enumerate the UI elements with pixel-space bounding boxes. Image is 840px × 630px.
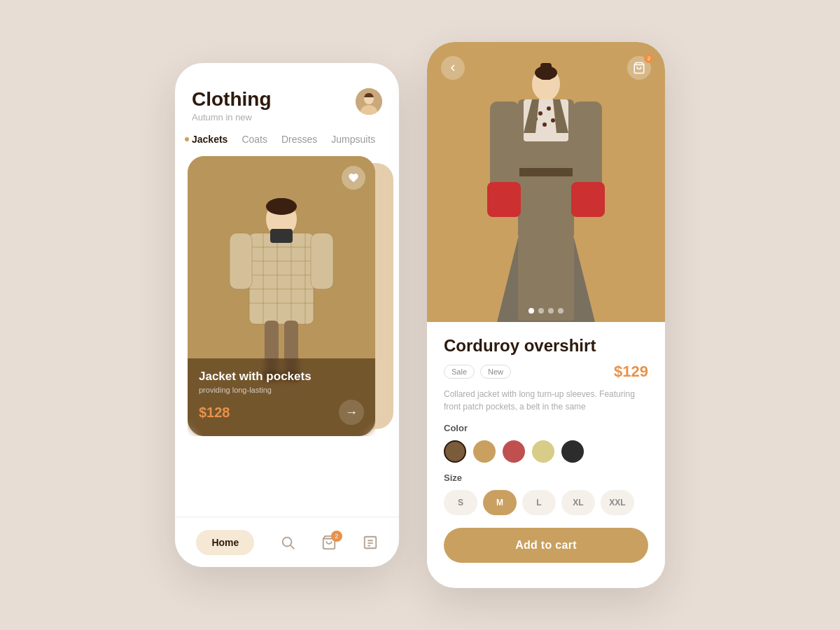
- size-s[interactable]: S: [444, 490, 477, 515]
- svg-rect-16: [230, 233, 252, 289]
- product-detail-info: Corduroy overshirt Sale New $129 Collare…: [427, 322, 665, 577]
- size-m[interactable]: M: [483, 490, 517, 515]
- categories-nav: Jackets Coats Dresses Jumpsuits: [175, 134, 399, 156]
- add-to-cart-button[interactable]: Add to cart: [444, 528, 648, 563]
- color-yellow[interactable]: [532, 440, 554, 463]
- size-label: Size: [444, 472, 648, 483]
- product-description: Collared jacket with long turn-up sleeve…: [444, 388, 648, 413]
- svg-rect-49: [487, 182, 521, 217]
- svg-line-27: [290, 545, 294, 549]
- dot-2[interactable]: [538, 308, 544, 314]
- svg-rect-15: [270, 229, 293, 243]
- cart-nav-button[interactable]: 2: [321, 535, 337, 550]
- product-detail-image: 2: [427, 42, 665, 322]
- avatar[interactable]: [356, 88, 382, 115]
- page-subtitle: Autumn in new: [192, 112, 272, 122]
- product-detail-title: Corduroy overshirt: [444, 336, 648, 356]
- image-dots: [528, 308, 564, 314]
- cat-dresses[interactable]: Dresses: [281, 134, 317, 145]
- card-price-row: $128 →: [199, 400, 364, 425]
- dot-4[interactable]: [558, 308, 564, 314]
- color-options: [444, 440, 648, 463]
- card-product-desc: providing long-lasting: [199, 386, 364, 394]
- color-brown[interactable]: [444, 440, 466, 463]
- bottom-nav: Home 2: [175, 517, 399, 567]
- svg-point-40: [538, 111, 542, 115]
- card-arrow-button[interactable]: →: [339, 400, 364, 425]
- cat-jumpsuits[interactable]: Jumpsuits: [331, 134, 375, 145]
- card-info: Jacket with pockets providing long-lasti…: [188, 358, 375, 436]
- svg-rect-50: [571, 182, 605, 217]
- product-card-main[interactable]: Jacket with pockets providing long-lasti…: [188, 156, 375, 436]
- card-product-name: Jacket with pockets: [199, 370, 364, 384]
- product-cards-area: Jacket with pockets providing long-lasti…: [175, 156, 399, 457]
- svg-rect-36: [540, 63, 552, 80]
- size-options: S M L XL XXL: [444, 490, 648, 515]
- svg-rect-47: [490, 102, 519, 192]
- card-price: $128: [199, 405, 230, 421]
- svg-point-41: [547, 106, 551, 111]
- tag-sale[interactable]: Sale: [444, 365, 475, 379]
- svg-point-44: [542, 122, 547, 127]
- color-label: Color: [444, 423, 648, 433]
- svg-point-45: [551, 118, 555, 122]
- favorite-button[interactable]: [342, 166, 365, 190]
- svg-rect-18: [311, 233, 333, 289]
- dot-3[interactable]: [548, 308, 554, 314]
- cart-top-button[interactable]: 2: [627, 56, 651, 80]
- cat-coats[interactable]: Coats: [241, 134, 267, 145]
- svg-rect-48: [573, 102, 602, 192]
- right-phone: 2: [427, 42, 665, 588]
- svg-point-25: [269, 198, 294, 209]
- back-button[interactable]: [441, 56, 465, 80]
- tags-price-row: Sale New $129: [444, 363, 648, 381]
- product-price: $129: [614, 363, 648, 381]
- color-tan[interactable]: [473, 440, 496, 463]
- cat-jackets[interactable]: Jackets: [192, 134, 227, 145]
- home-button[interactable]: Home: [196, 530, 254, 555]
- dot-1[interactable]: [528, 308, 534, 314]
- left-header: Clothing Autumn in new: [175, 63, 399, 134]
- color-black[interactable]: [561, 440, 584, 463]
- size-l[interactable]: L: [522, 490, 556, 515]
- detail-cart-badge: 2: [644, 53, 654, 63]
- color-red[interactable]: [503, 440, 525, 463]
- svg-rect-46: [517, 168, 575, 176]
- size-xxl[interactable]: XXL: [601, 490, 634, 515]
- cart-badge: 2: [331, 531, 342, 542]
- product-tags: Sale New: [444, 365, 511, 379]
- profile-nav-button[interactable]: [363, 535, 378, 550]
- size-xl[interactable]: XL: [561, 490, 595, 515]
- search-nav-button[interactable]: [280, 535, 295, 550]
- svg-point-26: [283, 537, 292, 546]
- header-text: Clothing Autumn in new: [192, 88, 272, 122]
- tag-new[interactable]: New: [480, 365, 511, 379]
- page-title: Clothing: [192, 88, 272, 111]
- left-phone: Clothing Autumn in new Jackets Coats Dre…: [175, 63, 399, 567]
